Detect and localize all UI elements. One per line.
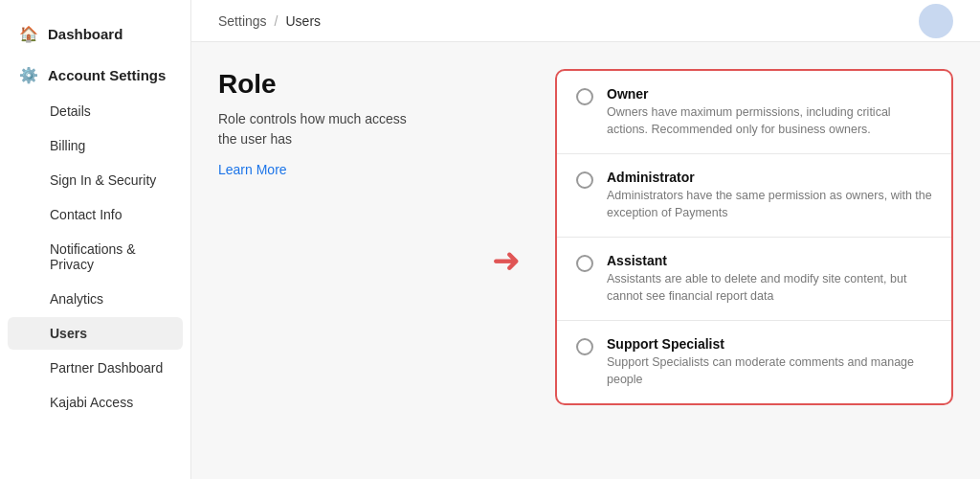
breadcrumb: Settings / Users: [218, 13, 321, 29]
sidebar-item-dashboard[interactable]: 🏠 Dashboard: [0, 15, 190, 53]
breadcrumb-root[interactable]: Settings: [218, 13, 267, 29]
home-icon: 🏠: [19, 25, 38, 43]
sidebar-item-analytics[interactable]: Analytics: [8, 283, 183, 315]
role-owner-desc: Owners have maximum permissions, includi…: [607, 104, 932, 138]
arrow-icon: ➜: [492, 240, 521, 281]
learn-more-link[interactable]: Learn More: [218, 162, 287, 177]
role-support-specialist-name: Support Specialist: [607, 336, 932, 352]
role-description-panel: Role Role controls how much access the u…: [218, 69, 429, 452]
role-administrator-name: Administrator: [607, 170, 932, 185]
role-assistant-text: Assistant Assistants are able to delete …: [607, 253, 932, 305]
role-options-panel: Owner Owners have maximum permissions, i…: [555, 69, 953, 405]
avatar[interactable]: [919, 4, 953, 38]
role-option-assistant[interactable]: Assistant Assistants are able to delete …: [557, 238, 951, 321]
role-administrator-desc: Administrators have the same permission …: [607, 188, 932, 221]
radio-owner[interactable]: [576, 88, 593, 105]
sidebar-section-account-settings: ⚙️ Account Settings: [0, 57, 190, 94]
role-owner-name: Owner: [607, 86, 932, 102]
role-option-owner[interactable]: Owner Owners have maximum permissions, i…: [557, 71, 951, 154]
sidebar-item-partner-dashboard[interactable]: Partner Dashboard: [8, 352, 183, 384]
role-owner-text: Owner Owners have maximum permissions, i…: [607, 86, 932, 138]
sidebar-item-users[interactable]: Users: [8, 317, 183, 350]
role-options-wrapper: Owner Owners have maximum permissions, i…: [555, 69, 953, 452]
role-support-specialist-desc: Support Specialists can moderate comment…: [607, 354, 932, 388]
breadcrumb-separator: /: [275, 13, 278, 29]
sidebar-item-notifications-privacy[interactable]: Notifications & Privacy: [8, 233, 183, 281]
sidebar: 🏠 Dashboard ⚙️ Account Settings Details …: [0, 0, 191, 479]
role-title: Role: [218, 69, 429, 100]
role-description: Role controls how much access the user h…: [218, 109, 429, 149]
topbar: Settings / Users: [191, 0, 980, 42]
arrow-container: ➜: [463, 69, 521, 452]
role-assistant-desc: Assistants are able to delete and modify…: [607, 271, 932, 305]
role-option-administrator[interactable]: Administrator Administrators have the sa…: [557, 154, 951, 238]
role-support-specialist-text: Support Specialist Support Specialists c…: [607, 336, 932, 388]
radio-support-specialist[interactable]: [576, 338, 593, 355]
content-area: Role Role controls how much access the u…: [191, 42, 980, 479]
sidebar-item-details[interactable]: Details: [8, 95, 183, 127]
role-administrator-text: Administrator Administrators have the sa…: [607, 170, 932, 221]
sidebar-item-sign-in-security[interactable]: Sign In & Security: [8, 164, 183, 196]
radio-assistant[interactable]: [576, 255, 593, 272]
sidebar-item-kajabi-access[interactable]: Kajabi Access: [8, 386, 183, 419]
role-option-support-specialist[interactable]: Support Specialist Support Specialists c…: [557, 321, 951, 403]
account-settings-label: Account Settings: [48, 67, 166, 83]
sidebar-item-contact-info[interactable]: Contact Info: [8, 198, 183, 231]
role-assistant-name: Assistant: [607, 253, 932, 268]
radio-administrator[interactable]: [576, 171, 593, 189]
gear-icon: ⚙️: [19, 66, 38, 84]
sidebar-item-billing[interactable]: Billing: [8, 129, 183, 162]
breadcrumb-current: Users: [285, 13, 321, 29]
dashboard-label: Dashboard: [48, 26, 122, 42]
main-content: Settings / Users Role Role controls how …: [191, 0, 980, 479]
